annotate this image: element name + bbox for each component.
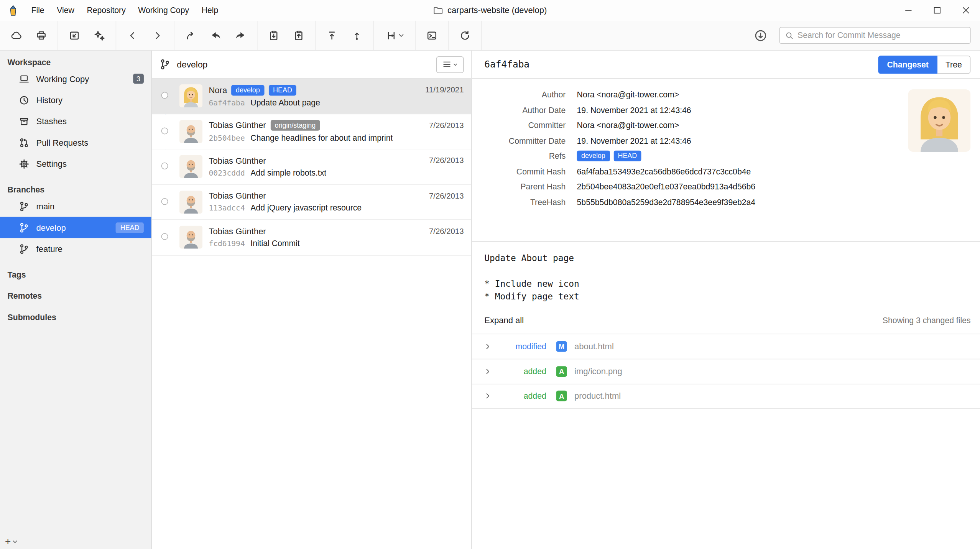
file-row-img-icon-png[interactable]: added A img/icon.png <box>472 358 980 383</box>
chevron-right-icon[interactable] <box>484 368 491 375</box>
folder-icon <box>433 5 443 15</box>
tab-tree[interactable]: Tree <box>937 55 971 73</box>
chevron-down-icon <box>13 540 18 544</box>
menu-help[interactable]: Help <box>195 0 224 21</box>
forward-arrow-button[interactable] <box>228 24 253 47</box>
tower-logo-icon <box>8 5 19 16</box>
commit-message-body: Update About page * Include new icon * M… <box>472 242 980 303</box>
commit-list-header: develop <box>152 51 471 79</box>
chevron-right-icon[interactable] <box>484 393 491 399</box>
share-arrow-button[interactable] <box>178 24 203 47</box>
ref-badge-head: HEAD <box>269 85 297 95</box>
chevron-down-icon <box>453 63 457 66</box>
tree-hash-value: 5b55b5db080a5259d3e2d788954e3ee9f39eb2a4 <box>577 197 893 207</box>
commit-summary: Tobias Günther 7/26/2013 fcd61994 Initia… <box>209 227 464 248</box>
commit-author: Tobias Günther <box>209 191 266 201</box>
avatar-tobias <box>179 120 202 143</box>
sidebar-add-button[interactable]: + <box>5 536 18 547</box>
submodules-section-header[interactable]: Submodules <box>0 311 151 323</box>
sidebar-branch-develop[interactable]: develop HEAD <box>0 217 151 238</box>
commit-row-fcd61994[interactable]: Tobias Günther 7/26/2013 fcd61994 Initia… <box>152 220 471 255</box>
commit-row-113adcc4[interactable]: Tobias Günther 7/26/2013 113adcc4 Add jQ… <box>152 185 471 220</box>
commit-summary: Tobias Günther 7/26/2013 113adcc4 Add jQ… <box>209 191 464 212</box>
checkout-button[interactable] <box>62 24 87 47</box>
commit-date: 7/26/2013 <box>425 192 464 201</box>
stash-apply-button[interactable] <box>286 24 311 47</box>
tags-section-header[interactable]: Tags <box>0 268 151 281</box>
plus-icon: + <box>5 536 11 547</box>
branch-icon <box>19 201 30 212</box>
menu-working-copy[interactable]: Working Copy <box>132 0 195 21</box>
message-line: Update About page <box>484 251 967 264</box>
commit-row-0023cddd[interactable]: Tobias Günther 7/26/2013 0023cddd Add si… <box>152 150 471 185</box>
tab-changeset[interactable]: Changeset <box>878 55 937 73</box>
laptop-icon <box>19 74 30 84</box>
sidebar-branch-main[interactable]: main <box>0 196 151 217</box>
field-label: Author <box>484 89 566 100</box>
menu-view[interactable]: View <box>51 0 81 21</box>
branches-section-header: Branches <box>0 183 151 196</box>
chevron-down-icon <box>398 33 403 37</box>
ref-badge-head: HEAD <box>613 151 641 161</box>
download-commits-button[interactable] <box>748 24 773 47</box>
commit-detail-panel: 6af4faba Changeset Tree Author Nora <nor… <box>472 51 980 549</box>
menu-file[interactable]: File <box>25 0 51 21</box>
sidebar-item-history[interactable]: History <box>0 89 151 110</box>
remotes-section-header[interactable]: Remotes <box>0 289 151 302</box>
close-button[interactable] <box>951 0 980 21</box>
avatar-tobias <box>179 191 202 214</box>
field-label: TreeHash <box>484 197 566 207</box>
sidebar-item-pull-requests[interactable]: Pull Requests <box>0 132 151 153</box>
commit-message: Initial Commit <box>250 238 299 248</box>
commit-list: Nora develop HEAD 11/19/2021 6af4faba Up… <box>152 79 471 549</box>
commit-row-2b504bee[interactable]: Tobias Günther origin/staging 7/26/2013 … <box>152 114 471 149</box>
field-label: Commit Hash <box>484 166 566 177</box>
sidebar-item-stashes[interactable]: Stashes <box>0 111 151 132</box>
sidebar-branch-feature[interactable]: feature <box>0 238 151 259</box>
file-status: modified <box>496 342 546 351</box>
commit-summary: Tobias Günther origin/staging 7/26/2013 … <box>209 120 464 143</box>
field-label: Author Date <box>484 105 566 115</box>
list-options-button[interactable] <box>436 56 464 73</box>
menu-repository[interactable]: Repository <box>81 0 132 21</box>
commit-row-6af4faba[interactable]: Nora develop HEAD 11/19/2021 6af4faba Up… <box>152 79 471 114</box>
history-filter-button[interactable] <box>378 24 411 47</box>
main-area: Workspace Working Copy 3 History Stashes… <box>0 51 980 549</box>
pull-button[interactable] <box>319 24 344 47</box>
committer-date-value: 19. November 2021 at 12:43:46 <box>577 135 893 146</box>
refresh-button[interactable] <box>452 24 477 47</box>
commit-hash: 0023cddd <box>209 169 245 178</box>
minimize-button[interactable] <box>894 0 922 21</box>
file-row-about-html[interactable]: modified M about.html <box>472 334 980 358</box>
committer-value: Nora <nora@git-tower.com> <box>577 120 893 131</box>
toolbar <box>0 21 980 51</box>
commit-date: 7/26/2013 <box>425 156 464 165</box>
print-button[interactable] <box>29 24 54 47</box>
changed-files-header: Expand all Showing 3 changed files <box>472 303 980 334</box>
sidebar-item-settings[interactable]: Settings <box>0 153 151 174</box>
author-value: Nora <nora@git-tower.com> <box>577 89 893 100</box>
commit-hash: 2b504bee <box>209 134 245 143</box>
sidebar-item-label: Settings <box>36 159 67 168</box>
cleanup-button[interactable] <box>87 24 112 47</box>
stash-save-button[interactable] <box>261 24 286 47</box>
sidebar-item-label: Pull Requests <box>36 138 89 147</box>
reply-arrow-button[interactable] <box>203 24 228 47</box>
push-button[interactable] <box>344 24 369 47</box>
titlebar: File View Repository Working Copy Help c… <box>0 0 980 21</box>
chevron-right-icon[interactable] <box>484 343 491 350</box>
sidebar-item-label: Stashes <box>36 117 67 126</box>
fetch-button[interactable] <box>4 24 29 47</box>
search-input[interactable] <box>797 31 965 40</box>
sidebar-item-working-copy[interactable]: Working Copy 3 <box>0 68 151 89</box>
graph-node-icon <box>161 163 168 169</box>
expand-all-button[interactable]: Expand all <box>484 315 524 324</box>
forward-button[interactable] <box>145 24 170 47</box>
author-date-value: 19. November 2021 at 12:43:46 <box>577 105 893 115</box>
branch-icon <box>19 222 30 233</box>
file-row-product-html[interactable]: added A product.html <box>472 383 980 408</box>
maximize-button[interactable] <box>922 0 951 21</box>
detail-commit-hash: 6af4faba <box>484 59 529 70</box>
back-button[interactable] <box>120 24 145 47</box>
terminal-button[interactable] <box>419 24 444 47</box>
